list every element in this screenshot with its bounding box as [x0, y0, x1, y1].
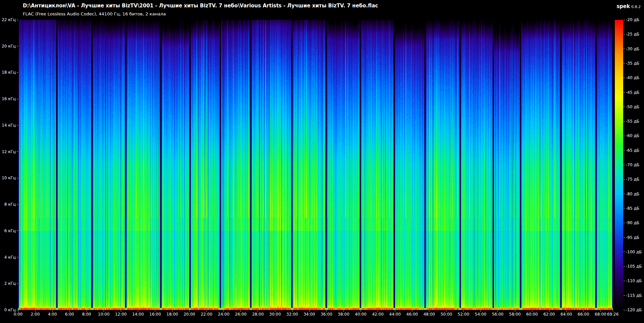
time-axis-tick	[104, 310, 104, 312]
legend-scale-tick	[624, 223, 625, 223]
frequency-axis-label: 2 кГц	[0, 281, 16, 286]
time-axis-tick	[343, 310, 344, 312]
frequency-axis-label: 20 кГц	[0, 44, 16, 49]
time-axis-tick	[395, 310, 395, 312]
legend-scale-label: -70 дБ	[626, 163, 639, 167]
frequency-axis-label: 18 кГц	[0, 70, 16, 75]
time-axis-label: 14:00	[132, 312, 144, 317]
legend-scale-tick	[624, 295, 625, 296]
time-axis-tick	[361, 310, 361, 312]
spectrogram-canvas	[18, 20, 613, 310]
file-path-title: D:\Антициклон\VA - Лучшие хиты BizTV\200…	[23, 3, 378, 9]
legend-scale-tick	[624, 208, 625, 208]
time-axis-label: 44:00	[389, 312, 401, 317]
time-axis-label: 28:00	[252, 312, 264, 317]
legend-scale-tick	[624, 121, 625, 122]
time-axis-label: 69:26	[607, 312, 619, 317]
legend-scale-label: -115 дБ	[626, 293, 642, 298]
time-axis-label: 58:00	[509, 312, 521, 317]
time-axis-label: 42:00	[372, 312, 384, 317]
legend-colorbar	[615, 20, 623, 310]
frequency-axis-tick	[17, 178, 18, 178]
frequency-axis-tick	[17, 20, 18, 20]
time-axis-tick	[412, 310, 412, 312]
frequency-axis-tick	[17, 46, 18, 46]
time-axis-tick	[515, 310, 515, 312]
time-axis-label: 26:00	[235, 312, 247, 317]
legend-scale-label: -120 дБ	[626, 308, 642, 312]
time-axis-tick	[35, 310, 36, 312]
app-name: spek	[616, 3, 630, 9]
time-axis-label: 68:00	[595, 312, 606, 317]
legend-scale-tick	[624, 136, 625, 136]
time-axis-label: 60:00	[526, 312, 538, 317]
time-axis-tick	[138, 310, 138, 312]
time-axis-tick	[292, 310, 292, 312]
time-axis-label: 36:00	[321, 312, 332, 317]
time-axis-tick	[121, 310, 121, 312]
time-axis-tick	[549, 310, 549, 312]
frequency-axis-tick	[17, 72, 18, 73]
time-axis-tick	[613, 310, 613, 312]
time-axis-label: 40:00	[355, 312, 367, 317]
legend-scale-tick	[624, 237, 625, 238]
time-axis-tick	[326, 310, 327, 312]
legend-scale-label: -30 дБ	[626, 47, 639, 51]
legend-scale-label: -55 дБ	[626, 119, 639, 124]
legend-scale-label: -65 дБ	[626, 148, 639, 153]
time-axis-label: 46:00	[406, 312, 418, 317]
time-axis-tick	[52, 310, 53, 312]
legend-scale-label: -50 дБ	[626, 105, 639, 109]
time-axis-label: 12:00	[115, 312, 127, 317]
time-axis-tick	[566, 310, 567, 312]
time-axis-tick	[69, 310, 70, 312]
time-axis-tick	[583, 310, 584, 312]
time-axis-label: 48:00	[423, 312, 435, 317]
time-axis-label: 56:00	[492, 312, 504, 317]
legend-scale-tick	[624, 252, 625, 252]
time-axis-tick	[206, 310, 207, 312]
audio-format-info: FLAC (Free Lossless Audio Codec), 44100 …	[23, 11, 166, 16]
time-axis-tick	[446, 310, 446, 312]
time-axis-tick	[18, 310, 18, 312]
time-axis-tick	[497, 310, 498, 312]
legend-scale-label: -40 дБ	[626, 75, 639, 80]
frequency-axis-tick	[17, 231, 18, 231]
legend-scale-label: -35 дБ	[626, 61, 639, 66]
legend-scale-label: -20 дБ	[626, 17, 639, 22]
frequency-axis-tick	[17, 151, 18, 152]
legend-scale-label: -75 дБ	[626, 177, 639, 182]
time-axis-tick	[275, 310, 275, 312]
time-axis-label: 66:00	[578, 312, 589, 317]
time-axis-label: 18:00	[166, 312, 178, 317]
time-axis-tick	[378, 310, 378, 312]
time-axis-tick	[429, 310, 429, 312]
frequency-axis-label: 6 кГц	[0, 229, 16, 233]
frequency-axis-tick	[17, 257, 18, 257]
time-axis-label: 0:00	[14, 312, 23, 317]
legend-scale-tick	[624, 281, 625, 281]
time-axis-tick	[172, 310, 172, 312]
app-version-badge: spek0.8.2	[616, 3, 641, 9]
legend-scale-label: -110 дБ	[626, 278, 642, 283]
time-axis-label: 62:00	[543, 312, 555, 317]
legend-scale-tick	[624, 49, 625, 49]
frequency-axis-label: 12 кГц	[0, 149, 16, 154]
time-axis-label: 10:00	[98, 312, 110, 317]
legend-scale-tick	[624, 179, 625, 180]
time-axis-label: 22:00	[201, 312, 212, 317]
time-axis-label: 34:00	[304, 312, 315, 317]
legend-scale-tick	[624, 266, 625, 267]
time-axis-label: 50:00	[440, 312, 452, 317]
time-axis-tick	[309, 310, 310, 312]
time-axis-label: 30:00	[269, 312, 281, 317]
time-axis-tick	[87, 310, 87, 312]
legend-scale-tick	[624, 92, 625, 92]
time-axis-label: 32:00	[286, 312, 298, 317]
legend-scale-tick	[624, 34, 625, 35]
time-axis-label: 38:00	[338, 312, 350, 317]
legend-scale-tick	[624, 107, 625, 107]
time-axis-tick	[532, 310, 532, 312]
time-axis-tick	[258, 310, 258, 312]
time-axis-label: 52:00	[458, 312, 470, 317]
